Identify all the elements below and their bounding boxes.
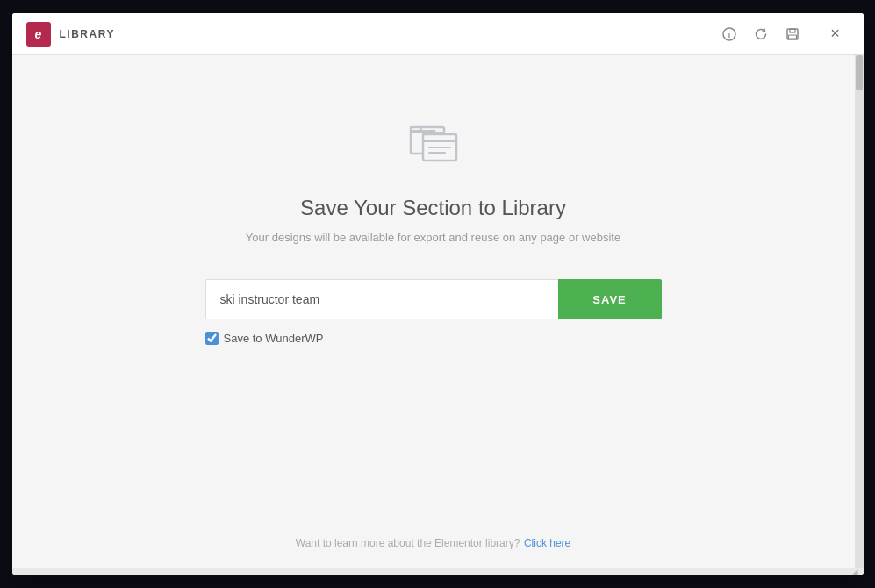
elementor-logo: e xyxy=(26,22,51,47)
library-modal: e LIBRARY i xyxy=(12,13,864,575)
footer-link[interactable]: Click here xyxy=(524,537,570,549)
save-button[interactable]: SAVE xyxy=(558,279,662,319)
svg-text:i: i xyxy=(728,31,730,39)
checkbox-row: Save to WunderWP xyxy=(205,332,662,345)
save-section-subheading: Your designs will be available for expor… xyxy=(246,231,620,244)
input-row: SAVE xyxy=(205,279,662,319)
save-icon xyxy=(785,27,800,41)
refresh-button[interactable] xyxy=(747,20,775,48)
library-icon xyxy=(404,108,463,171)
checkbox-label[interactable]: Save to WunderWP xyxy=(224,332,324,345)
titlebar-separator xyxy=(814,25,814,43)
scrollbar-thumb[interactable] xyxy=(856,55,863,90)
close-icon: × xyxy=(830,25,840,43)
footer-text: Want to learn more about the Elementor l… xyxy=(296,537,520,549)
svg-rect-4 xyxy=(788,35,796,39)
logo-letter: e xyxy=(35,27,42,41)
svg-rect-3 xyxy=(790,29,795,32)
modal-title: LIBRARY xyxy=(60,28,715,40)
content-area: Save Your Section to Library Your design… xyxy=(12,55,855,517)
save-to-wunderwp-checkbox[interactable] xyxy=(205,332,219,345)
modal-body: Save Your Section to Library Your design… xyxy=(12,55,855,568)
scrollbar-track[interactable] xyxy=(855,55,864,568)
modal-footer: Want to learn more about the Elementor l… xyxy=(12,517,855,568)
section-name-input[interactable] xyxy=(205,279,558,319)
save-section-button[interactable] xyxy=(778,20,807,48)
info-button[interactable]: i xyxy=(715,20,743,48)
refresh-icon xyxy=(754,27,768,41)
modal-bottom-bar: ◢ xyxy=(12,568,864,575)
save-section-heading: Save Your Section to Library xyxy=(300,196,566,220)
info-icon: i xyxy=(722,27,736,41)
titlebar-actions: i × xyxy=(715,20,850,48)
modal-body-wrapper: Save Your Section to Library Your design… xyxy=(12,55,864,568)
modal-titlebar: e LIBRARY i xyxy=(12,13,864,55)
resize-handle[interactable]: ◢ xyxy=(851,567,860,575)
close-button[interactable]: × xyxy=(821,20,850,48)
